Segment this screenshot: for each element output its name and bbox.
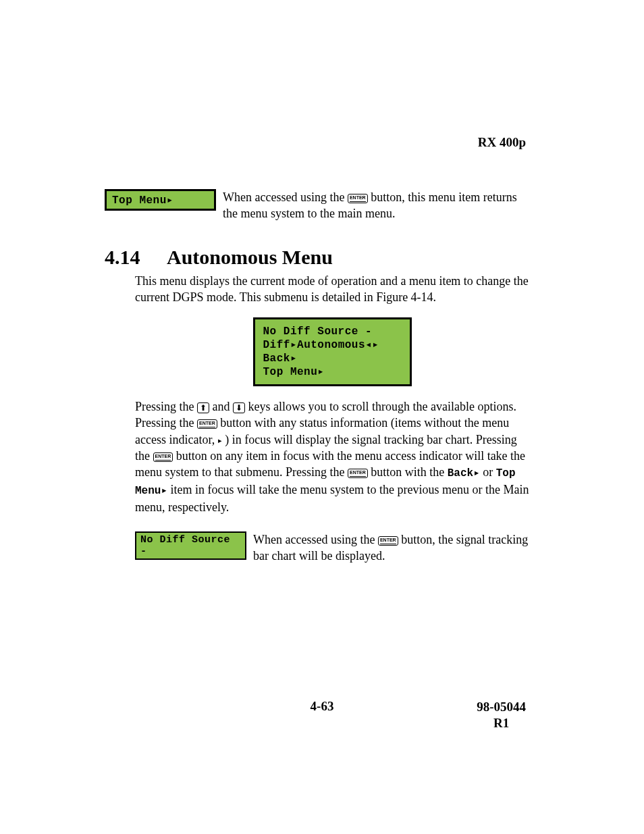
- text: button with the: [368, 465, 448, 479]
- enter-button-icon: ENTER: [348, 469, 368, 478]
- no-diff-row: No Diff Source - When accessed using the…: [135, 531, 529, 565]
- text: When accessed using the: [223, 190, 348, 204]
- enter-button-icon: ENTER: [348, 194, 368, 203]
- doc-id: 98-05044: [477, 699, 526, 715]
- heading-number: 4.14: [105, 246, 167, 269]
- up-arrow-icon: ⬆: [197, 402, 209, 413]
- text: item in focus will take the menu system …: [135, 483, 529, 514]
- text: or: [480, 465, 496, 479]
- enter-button-icon: ENTER: [197, 419, 217, 429]
- body-paragraph: Pressing the ⬆ and ⬇ keys allows you to …: [135, 398, 529, 515]
- lcd-screen: No Diff Source - Diff▸Autonomous◂▸ Back▸…: [253, 317, 412, 386]
- down-arrow-icon: ⬇: [233, 402, 245, 413]
- lcd-line-1: No Diff Source -: [263, 325, 402, 338]
- enter-button-icon: ENTER: [378, 536, 398, 546]
- enter-button-icon: ENTER: [153, 452, 173, 462]
- lcd-top-menu: Top Menu▸: [105, 189, 216, 211]
- text: When accessed using the: [253, 533, 378, 546]
- header-model: RX 400p: [478, 135, 526, 150]
- lcd-line-2: Diff▸Autonomous◂▸: [263, 338, 402, 352]
- section-heading: 4.14Autonomous Menu: [105, 246, 529, 269]
- doc-rev: R1: [477, 715, 526, 731]
- page-number: 4-63: [311, 699, 334, 714]
- text: Pressing the: [135, 400, 197, 413]
- top-menu-desc: When accessed using the ENTER button, th…: [216, 189, 529, 222]
- lcd-line-4: Top Menu▸: [263, 365, 402, 379]
- lcd-line-3: Back▸: [263, 352, 402, 365]
- heading-title: Autonomous Menu: [167, 246, 333, 268]
- lcd-no-diff: No Diff Source -: [135, 531, 246, 560]
- no-diff-desc: When accessed using the ENTER button, th…: [246, 531, 529, 565]
- top-menu-row: Top Menu▸ When accessed using the ENTER …: [105, 189, 529, 222]
- doc-number: 98-05044 R1: [477, 699, 526, 731]
- inline-back-label: Back▸: [448, 467, 480, 479]
- text: and: [209, 400, 233, 413]
- intro-paragraph: This menu displays the current mode of o…: [135, 273, 529, 306]
